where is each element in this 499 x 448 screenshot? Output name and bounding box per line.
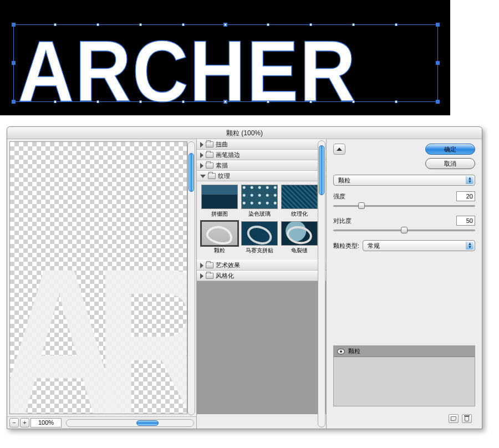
preview-viewport[interactable]: A R bbox=[9, 141, 187, 414]
preview-vertical-scrollbar[interactable] bbox=[187, 141, 195, 415]
chevron-up-icon bbox=[337, 147, 342, 151]
grain-type-popup[interactable]: 常规 ▲▼ bbox=[363, 240, 475, 251]
category-label: 艺术效果 bbox=[216, 261, 240, 269]
category-label: 纹理 bbox=[218, 172, 230, 180]
preview-horizontal-scrollbar[interactable] bbox=[66, 419, 194, 427]
thumbnail-icon bbox=[241, 221, 278, 246]
intensity-value[interactable]: 20 bbox=[456, 191, 475, 201]
category-distort[interactable]: 扭曲 bbox=[197, 139, 326, 150]
cancel-button[interactable]: 取消 bbox=[425, 158, 475, 169]
preview-glyph-r: R bbox=[94, 258, 187, 414]
effect-layer-name: 颗粒 bbox=[348, 347, 360, 355]
visibility-eye-icon[interactable] bbox=[337, 349, 345, 354]
filter-tree-pane: 扭曲 画笔描边 素描 纹理 bbox=[197, 139, 327, 429]
thumb-texturizer[interactable]: 纹理化 bbox=[281, 185, 318, 218]
filter-select-popup[interactable]: 颗粒 ▲▼ bbox=[333, 175, 475, 186]
contrast-slider[interactable] bbox=[333, 226, 475, 235]
thumbnail-icon bbox=[201, 221, 238, 246]
filter-gallery-dialog: 颗粒 (100%) A R − + 100% 扭曲 bbox=[7, 126, 482, 429]
category-label: 风格化 bbox=[216, 272, 234, 280]
thumb-mosaic-tiles[interactable]: 马赛克拼贴 bbox=[241, 221, 278, 254]
dialog-title: 颗粒 (100%) bbox=[7, 127, 482, 139]
thumbnail-icon bbox=[201, 185, 238, 209]
thumbnail-icon bbox=[241, 185, 278, 209]
category-label: 扭曲 bbox=[216, 140, 228, 149]
thumb-grain[interactable]: 颗粒 bbox=[201, 221, 238, 254]
preview-pane: A R − + 100% bbox=[7, 139, 197, 429]
category-label: 画笔描边 bbox=[216, 151, 240, 159]
category-artistic[interactable]: 艺术效果 bbox=[197, 260, 326, 271]
folder-icon bbox=[206, 273, 213, 279]
triangle-right-icon bbox=[200, 142, 203, 147]
zoom-in-button[interactable]: + bbox=[20, 418, 29, 427]
thumb-label: 颗粒 bbox=[201, 247, 238, 254]
effect-layer-row[interactable]: 颗粒 bbox=[334, 346, 475, 357]
popup-arrows-icon: ▲▼ bbox=[466, 242, 473, 250]
ok-button[interactable]: 确定 bbox=[425, 144, 475, 155]
triangle-right-icon bbox=[200, 263, 203, 268]
folder-icon bbox=[206, 152, 213, 158]
folder-icon bbox=[206, 141, 213, 147]
triangle-right-icon bbox=[200, 152, 203, 158]
category-label: 素描 bbox=[216, 161, 228, 170]
grain-type-value: 常规 bbox=[368, 242, 380, 250]
category-stylize[interactable]: 风格化 bbox=[197, 271, 326, 281]
folder-icon bbox=[208, 173, 216, 179]
thumb-label: 马赛克拼贴 bbox=[241, 247, 278, 254]
grain-type-label: 颗粒类型: bbox=[333, 242, 359, 250]
effect-layers-panel: 颗粒 bbox=[333, 345, 475, 406]
preview-footer: − + 100% bbox=[7, 416, 196, 429]
thumb-label: 拼缀图 bbox=[201, 210, 238, 218]
category-brush-strokes[interactable]: 画笔描边 bbox=[197, 150, 326, 160]
controls-pane: 确定 取消 颗粒 ▲▼ 强度 20 对比度 bbox=[327, 139, 482, 429]
triangle-right-icon bbox=[200, 273, 203, 279]
intensity-slider[interactable] bbox=[333, 201, 475, 210]
category-texture[interactable]: 纹理 bbox=[197, 171, 326, 181]
filter-select-value: 颗粒 bbox=[338, 176, 350, 185]
contrast-value[interactable]: 50 bbox=[456, 216, 475, 226]
tree-vertical-scrollbar[interactable] bbox=[318, 140, 325, 427]
thumb-label: 龟裂缝 bbox=[281, 247, 318, 254]
zoom-field[interactable]: 100% bbox=[30, 418, 62, 427]
canvas-black-background: ARCHER bbox=[0, 0, 450, 115]
new-effect-layer-button[interactable] bbox=[449, 414, 459, 423]
folder-icon bbox=[206, 262, 213, 268]
delete-effect-layer-button[interactable] bbox=[462, 414, 472, 423]
collapse-tree-button[interactable] bbox=[333, 144, 345, 155]
thumb-craquelure[interactable]: 龟裂缝 bbox=[281, 221, 318, 254]
texture-thumbnails: 拼缀图 染色玻璃 纹理化 颗粒 bbox=[197, 181, 326, 260]
thumb-label: 纹理化 bbox=[281, 210, 318, 218]
popup-arrows-icon: ▲▼ bbox=[466, 176, 473, 184]
thumb-label: 染色玻璃 bbox=[241, 210, 278, 218]
triangle-right-icon bbox=[200, 163, 203, 169]
intensity-label: 强度 bbox=[333, 192, 345, 201]
contrast-label: 对比度 bbox=[333, 217, 352, 225]
thumbnail-icon bbox=[281, 185, 318, 209]
triangle-down-icon bbox=[200, 175, 206, 178]
thumbnail-icon bbox=[281, 221, 318, 246]
thumb-patchwork[interactable]: 拼缀图 bbox=[201, 185, 238, 218]
thumb-stained-glass[interactable]: 染色玻璃 bbox=[241, 185, 278, 218]
folder-icon bbox=[206, 162, 213, 169]
selection-bounding-box[interactable] bbox=[13, 24, 438, 102]
category-sketch[interactable]: 素描 bbox=[197, 160, 326, 171]
zoom-out-button[interactable]: − bbox=[9, 418, 19, 427]
